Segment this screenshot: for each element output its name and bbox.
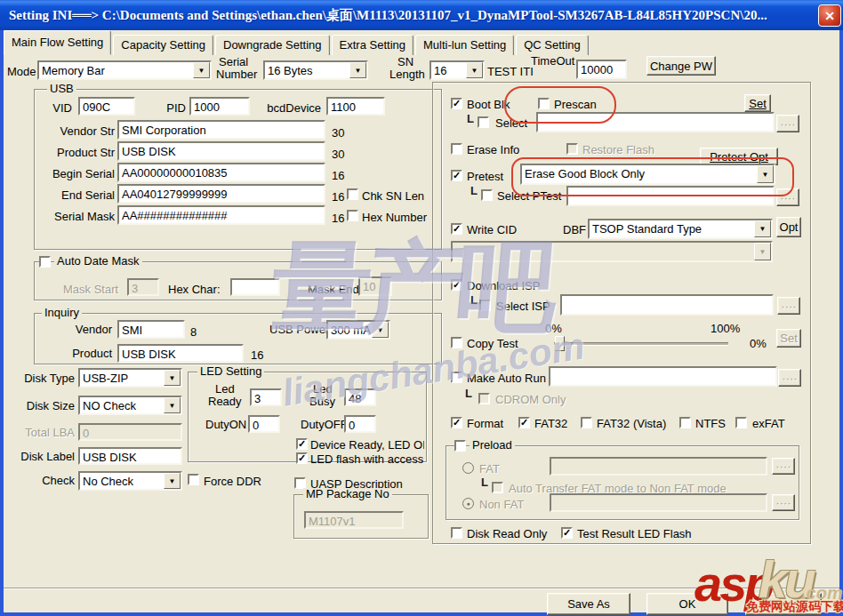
serial-number-combo[interactable]: 16 Bytes ▼ bbox=[263, 60, 368, 80]
auto-date-mask-label: Auto Date Mask bbox=[54, 255, 142, 268]
select-ptest-checkbox[interactable] bbox=[481, 189, 493, 201]
title-bar[interactable]: Setting INI══> C:\Documents and Settings… bbox=[0, 0, 843, 30]
check-combo[interactable]: No Check ▼ bbox=[78, 471, 182, 491]
auto-transfer-checkbox bbox=[492, 482, 503, 493]
force-ddr-checkbox[interactable] bbox=[188, 474, 199, 485]
disk-size-label: Disk Size bbox=[9, 400, 75, 412]
vendor-str-field[interactable]: SMI Corporation bbox=[117, 120, 325, 140]
download-isp-checkbox[interactable]: ✓ bbox=[451, 279, 462, 291]
format-checkbox[interactable]: ✓ bbox=[451, 417, 462, 428]
ntfs-checkbox[interactable] bbox=[679, 417, 691, 428]
cid-combo: ▼ bbox=[451, 241, 773, 262]
chevron-down-icon[interactable]: ▼ bbox=[754, 220, 771, 237]
chevron-down-icon[interactable]: ▼ bbox=[372, 322, 389, 338]
led-flash-checkbox[interactable]: ✓ bbox=[296, 452, 308, 464]
download-isp-label: Download ISP bbox=[467, 280, 540, 292]
led-busy-field[interactable]: 48 bbox=[344, 388, 376, 406]
tab-extra-setting[interactable]: Extra Setting bbox=[332, 35, 413, 55]
tab-capacity-setting[interactable]: Capacity Setting bbox=[113, 35, 213, 55]
disk-read-only-checkbox[interactable] bbox=[451, 527, 462, 539]
fat-radio-label: FAT bbox=[479, 463, 500, 476]
chk-sn-len-checkbox[interactable] bbox=[347, 188, 358, 200]
inquiry-group: Inquiry Vendor SMI 8 USB Power 300 mA ▼ … bbox=[34, 313, 442, 364]
disk-label-field[interactable]: USB DISK bbox=[78, 447, 182, 465]
tab-main-flow-setting[interactable]: Main Flow Setting bbox=[4, 30, 111, 55]
pretest-label: Pretest bbox=[467, 171, 503, 183]
mask-end-label: Mask End bbox=[308, 284, 359, 296]
exfat-checkbox[interactable] bbox=[735, 417, 747, 428]
inquiry-product-field[interactable]: USB DISK bbox=[117, 344, 244, 363]
make-auto-run-field[interactable] bbox=[549, 366, 777, 387]
dbf-combo[interactable]: TSOP Standard Type ▼ bbox=[588, 219, 773, 239]
fat32-checkbox[interactable]: ✓ bbox=[518, 417, 530, 428]
chevron-down-icon[interactable]: ▼ bbox=[466, 62, 483, 78]
duty-on-label: DutyON bbox=[205, 419, 246, 431]
usb-group: USB VID 090C PID 1000 bcdDevice 1100 Ven… bbox=[34, 89, 442, 250]
disk-type-combo[interactable]: USB-ZIP ▼ bbox=[78, 368, 182, 388]
select-isp-field[interactable] bbox=[560, 294, 774, 316]
product-str-length: 30 bbox=[332, 148, 344, 161]
hex-char-field[interactable] bbox=[230, 278, 280, 296]
window-title: Setting INI══> C:\Documents and Settings… bbox=[9, 7, 809, 24]
duty-off-field[interactable]: 0 bbox=[344, 415, 376, 433]
tab-qc-setting[interactable]: QC Setting bbox=[516, 35, 589, 55]
copy-test-checkbox[interactable] bbox=[451, 337, 462, 348]
select-browse-button: ···· bbox=[776, 115, 799, 132]
slider-thumb[interactable] bbox=[555, 336, 565, 351]
chevron-down-icon[interactable]: ▼ bbox=[193, 62, 210, 78]
pid-field[interactable]: 1000 bbox=[189, 97, 250, 116]
fat32-vista-checkbox[interactable] bbox=[581, 417, 592, 428]
hex-char-label: Hex Char: bbox=[168, 284, 221, 296]
save-as-button[interactable]: Save As bbox=[547, 593, 630, 615]
window-border-left bbox=[0, 30, 4, 616]
end-serial-field[interactable]: AA04012799999999 bbox=[117, 184, 325, 204]
test-result-led-checkbox[interactable]: ✓ bbox=[561, 527, 573, 539]
serial-number-label: Serial bbox=[219, 56, 248, 68]
change-pw-button[interactable]: Change PW bbox=[646, 56, 716, 76]
usb-power-combo[interactable]: 300 mA ▼ bbox=[326, 320, 390, 340]
mode-combo[interactable]: Memory Bar ▼ bbox=[37, 60, 212, 80]
auto-date-mask-checkbox[interactable] bbox=[39, 256, 51, 268]
device-ready-checkbox[interactable]: ✓ bbox=[296, 438, 308, 450]
select-isp-checkbox[interactable] bbox=[479, 300, 491, 311]
opt-button[interactable]: Opt bbox=[776, 217, 801, 237]
serial-mask-field[interactable]: AA############## bbox=[117, 205, 325, 225]
disk-size-combo[interactable]: NO Check ▼ bbox=[78, 396, 182, 415]
pretest-checkbox[interactable]: ✓ bbox=[451, 170, 462, 181]
product-str-field[interactable]: USB DISK bbox=[117, 141, 325, 161]
fat-path-field bbox=[550, 457, 767, 476]
tab-downgrade-setting[interactable]: Downgrade Setting bbox=[215, 35, 330, 55]
make-auto-run-checkbox[interactable] bbox=[451, 372, 462, 383]
cancel-button[interactable]: Cancel bbox=[745, 593, 822, 615]
duty-on-field[interactable]: 0 bbox=[248, 415, 280, 433]
chevron-down-icon[interactable]: ▼ bbox=[164, 397, 181, 413]
inquiry-vendor-field[interactable]: SMI bbox=[117, 320, 185, 339]
ok-button[interactable]: OK bbox=[646, 593, 728, 615]
begin-serial-field[interactable]: AA00000000010835 bbox=[117, 163, 325, 182]
copy-test-label: Copy Test bbox=[467, 338, 518, 350]
tab-multi-lun-setting[interactable]: Multi-lun Setting bbox=[415, 35, 514, 55]
chevron-down-icon[interactable]: ▼ bbox=[164, 473, 181, 489]
chevron-down-icon[interactable]: ▼ bbox=[164, 370, 181, 386]
fat32-vista-label: FAT32 (Vista) bbox=[597, 418, 666, 430]
timeout-field[interactable]: 10000 bbox=[576, 60, 627, 79]
select-checkbox[interactable] bbox=[478, 116, 489, 128]
write-cid-checkbox[interactable]: ✓ bbox=[451, 223, 462, 235]
boot-blk-checkbox[interactable]: ✓ bbox=[451, 98, 462, 109]
sn-length-label2: Length bbox=[389, 68, 425, 81]
preload-checkbox[interactable] bbox=[454, 440, 466, 452]
inquiry-product-length: 16 bbox=[251, 349, 263, 362]
led-ready-label: Led bbox=[215, 383, 235, 396]
led-ready-field[interactable]: 3 bbox=[250, 388, 282, 406]
boot-blk-set-button[interactable]: Set bbox=[744, 94, 771, 112]
hex-number-checkbox[interactable] bbox=[347, 210, 358, 221]
chevron-down-icon[interactable]: ▼ bbox=[349, 62, 366, 78]
copy-test-slider-track[interactable] bbox=[554, 342, 728, 346]
close-button[interactable]: ✕ bbox=[818, 4, 841, 27]
bcddevice-field[interactable]: 1100 bbox=[326, 97, 385, 116]
led-ready-label2: Ready bbox=[208, 396, 242, 408]
inquiry-product-label: Product bbox=[68, 348, 112, 360]
vid-field[interactable]: 090C bbox=[78, 97, 135, 116]
erase-info-checkbox[interactable] bbox=[451, 143, 462, 155]
sn-length-combo[interactable]: 16 ▼ bbox=[430, 60, 485, 80]
